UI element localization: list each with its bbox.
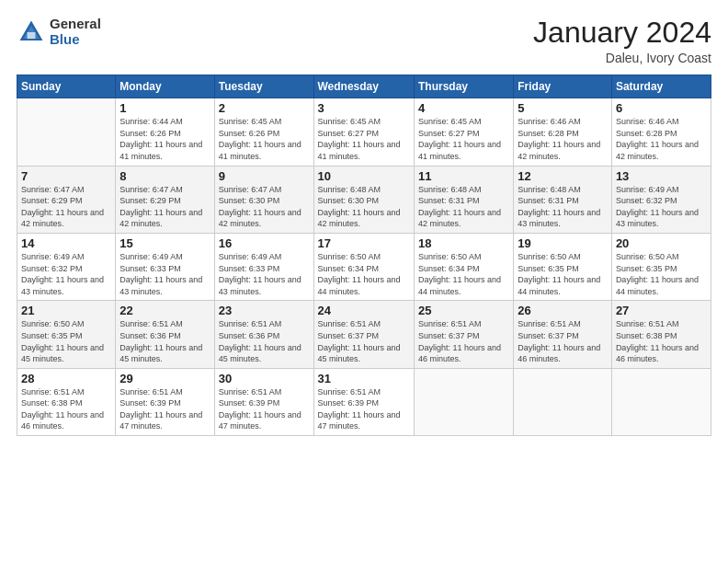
col-tuesday: Tuesday: [214, 75, 313, 98]
day-number: 22: [119, 304, 210, 317]
day-info: Sunrise: 6:51 AMSunset: 6:36 PMDaylight:…: [119, 318, 210, 364]
calendar-cell: 29Sunrise: 6:51 AMSunset: 6:39 PMDayligh…: [116, 368, 214, 435]
day-number: 18: [418, 236, 509, 250]
day-number: 17: [318, 236, 410, 250]
calendar-header-row: Sunday Monday Tuesday Wednesday Thursday…: [17, 75, 711, 98]
day-info: Sunrise: 6:51 AMSunset: 6:37 PMDaylight:…: [418, 318, 509, 364]
calendar-cell: 24Sunrise: 6:51 AMSunset: 6:37 PMDayligh…: [313, 301, 414, 368]
header: General Blue January 2024 Daleu, Ivory C…: [17, 17, 711, 65]
day-info: Sunrise: 6:49 AMSunset: 6:32 PMDaylight:…: [616, 184, 707, 230]
calendar-cell: 18Sunrise: 6:50 AMSunset: 6:34 PMDayligh…: [414, 233, 513, 300]
calendar-cell: 21Sunrise: 6:50 AMSunset: 6:35 PMDayligh…: [17, 301, 116, 368]
day-info: Sunrise: 6:48 AMSunset: 6:31 PMDaylight:…: [418, 184, 509, 230]
day-number: 11: [418, 169, 509, 183]
title-block: January 2024 Daleu, Ivory Coast: [533, 17, 711, 65]
day-info: Sunrise: 6:47 AMSunset: 6:29 PMDaylight:…: [119, 184, 210, 230]
logo: General Blue: [17, 17, 101, 47]
calendar-week-row: 28Sunrise: 6:51 AMSunset: 6:38 PMDayligh…: [17, 368, 711, 435]
col-saturday: Saturday: [611, 75, 711, 98]
day-number: 5: [518, 101, 608, 115]
location-title: Daleu, Ivory Coast: [533, 51, 711, 65]
calendar-cell: 20Sunrise: 6:50 AMSunset: 6:35 PMDayligh…: [611, 233, 711, 300]
day-number: 24: [318, 304, 410, 317]
day-number: 13: [616, 169, 707, 183]
calendar-table: Sunday Monday Tuesday Wednesday Thursday…: [17, 75, 711, 436]
day-number: 1: [119, 101, 210, 115]
day-info: Sunrise: 6:48 AMSunset: 6:30 PMDaylight:…: [318, 184, 410, 230]
day-number: 10: [318, 169, 410, 183]
calendar-cell: 19Sunrise: 6:50 AMSunset: 6:35 PMDayligh…: [514, 233, 612, 300]
calendar-cell: 26Sunrise: 6:51 AMSunset: 6:37 PMDayligh…: [514, 301, 612, 368]
page: General Blue January 2024 Daleu, Ivory C…: [0, 0, 728, 563]
day-info: Sunrise: 6:50 AMSunset: 6:34 PMDaylight:…: [318, 251, 410, 297]
day-number: 2: [219, 101, 310, 115]
day-number: 19: [518, 236, 608, 250]
calendar-cell: 5Sunrise: 6:46 AMSunset: 6:28 PMDaylight…: [514, 98, 612, 166]
calendar-week-row: 14Sunrise: 6:49 AMSunset: 6:32 PMDayligh…: [17, 233, 711, 300]
calendar-week-row: 1Sunrise: 6:44 AMSunset: 6:26 PMDaylight…: [17, 98, 711, 166]
logo-icon: [17, 17, 46, 47]
day-info: Sunrise: 6:45 AMSunset: 6:27 PMDaylight:…: [318, 116, 410, 162]
day-number: 14: [21, 236, 111, 250]
calendar-cell: 15Sunrise: 6:49 AMSunset: 6:33 PMDayligh…: [116, 233, 214, 300]
day-info: Sunrise: 6:51 AMSunset: 6:37 PMDaylight:…: [318, 318, 410, 364]
calendar-cell: 14Sunrise: 6:49 AMSunset: 6:32 PMDayligh…: [17, 233, 116, 300]
calendar-cell: 2Sunrise: 6:45 AMSunset: 6:26 PMDaylight…: [214, 98, 313, 166]
day-info: Sunrise: 6:50 AMSunset: 6:35 PMDaylight:…: [21, 318, 111, 364]
day-number: 23: [219, 304, 310, 317]
col-monday: Monday: [116, 75, 214, 98]
calendar-cell: 6Sunrise: 6:46 AMSunset: 6:28 PMDaylight…: [611, 98, 711, 166]
calendar-cell: 10Sunrise: 6:48 AMSunset: 6:30 PMDayligh…: [313, 166, 414, 233]
calendar-cell: 31Sunrise: 6:51 AMSunset: 6:39 PMDayligh…: [313, 368, 414, 435]
day-number: 27: [616, 304, 707, 317]
logo-text: General Blue: [50, 17, 101, 47]
day-info: Sunrise: 6:50 AMSunset: 6:34 PMDaylight:…: [418, 251, 509, 297]
svg-rect-2: [28, 32, 36, 39]
col-wednesday: Wednesday: [313, 75, 414, 98]
day-number: 21: [21, 304, 111, 317]
day-number: 25: [418, 304, 509, 317]
day-number: 7: [21, 169, 111, 183]
col-friday: Friday: [514, 75, 612, 98]
day-info: Sunrise: 6:51 AMSunset: 6:38 PMDaylight:…: [616, 318, 707, 364]
day-number: 9: [219, 169, 310, 183]
day-number: 20: [616, 236, 707, 250]
day-number: 16: [219, 236, 310, 250]
col-sunday: Sunday: [17, 75, 116, 98]
day-number: 28: [21, 372, 111, 385]
day-info: Sunrise: 6:51 AMSunset: 6:38 PMDaylight:…: [21, 386, 111, 432]
logo-blue-text: Blue: [50, 32, 101, 48]
day-number: 29: [119, 372, 210, 385]
day-info: Sunrise: 6:46 AMSunset: 6:28 PMDaylight:…: [616, 116, 707, 162]
day-info: Sunrise: 6:48 AMSunset: 6:31 PMDaylight:…: [518, 184, 608, 230]
day-number: 6: [616, 101, 707, 115]
day-info: Sunrise: 6:50 AMSunset: 6:35 PMDaylight:…: [518, 251, 608, 297]
calendar-cell: 7Sunrise: 6:47 AMSunset: 6:29 PMDaylight…: [17, 166, 116, 233]
logo-general-text: General: [50, 17, 101, 32]
day-number: 15: [119, 236, 210, 250]
calendar-cell: [414, 368, 513, 435]
calendar-cell: 11Sunrise: 6:48 AMSunset: 6:31 PMDayligh…: [414, 166, 513, 233]
calendar-cell: 8Sunrise: 6:47 AMSunset: 6:29 PMDaylight…: [116, 166, 214, 233]
day-info: Sunrise: 6:49 AMSunset: 6:33 PMDaylight:…: [219, 251, 310, 297]
day-info: Sunrise: 6:45 AMSunset: 6:27 PMDaylight:…: [418, 116, 509, 162]
day-number: 12: [518, 169, 608, 183]
calendar-cell: 16Sunrise: 6:49 AMSunset: 6:33 PMDayligh…: [214, 233, 313, 300]
day-info: Sunrise: 6:45 AMSunset: 6:26 PMDaylight:…: [219, 116, 310, 162]
calendar-cell: 4Sunrise: 6:45 AMSunset: 6:27 PMDaylight…: [414, 98, 513, 166]
day-info: Sunrise: 6:44 AMSunset: 6:26 PMDaylight:…: [119, 116, 210, 162]
calendar-cell: [611, 368, 711, 435]
day-number: 4: [418, 101, 509, 115]
day-number: 8: [119, 169, 210, 183]
calendar-cell: 25Sunrise: 6:51 AMSunset: 6:37 PMDayligh…: [414, 301, 513, 368]
calendar-cell: 12Sunrise: 6:48 AMSunset: 6:31 PMDayligh…: [514, 166, 612, 233]
calendar-cell: 27Sunrise: 6:51 AMSunset: 6:38 PMDayligh…: [611, 301, 711, 368]
day-number: 31: [318, 372, 410, 385]
calendar-cell: 23Sunrise: 6:51 AMSunset: 6:36 PMDayligh…: [214, 301, 313, 368]
calendar-cell: 17Sunrise: 6:50 AMSunset: 6:34 PMDayligh…: [313, 233, 414, 300]
calendar-cell: [514, 368, 612, 435]
calendar-cell: 22Sunrise: 6:51 AMSunset: 6:36 PMDayligh…: [116, 301, 214, 368]
day-info: Sunrise: 6:51 AMSunset: 6:39 PMDaylight:…: [318, 386, 410, 432]
calendar-cell: [17, 98, 116, 166]
calendar-week-row: 21Sunrise: 6:50 AMSunset: 6:35 PMDayligh…: [17, 301, 711, 368]
